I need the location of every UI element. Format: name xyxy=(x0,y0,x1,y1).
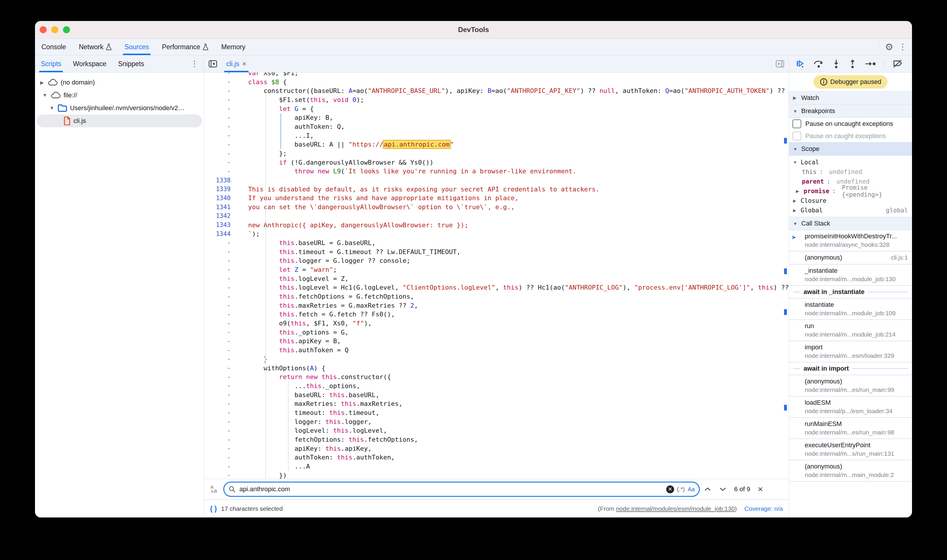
code-line[interactable]: 1339This is disabled by default, as it r… xyxy=(204,185,789,194)
watch-section-header[interactable]: ▶ Watch xyxy=(789,91,912,105)
tree-item-clijs[interactable]: cli.js xyxy=(37,114,202,127)
code-line[interactable]: - ...A xyxy=(204,462,789,471)
code-line[interactable]: - constructor({baseURL: A=ao("ANTHROPIC_… xyxy=(204,86,789,95)
code-line[interactable]: - baseURL: this.baseURL, xyxy=(204,391,789,400)
scrollbar-match-tick[interactable] xyxy=(784,268,787,274)
code-line[interactable]: - this.baseURL = G.baseURL, xyxy=(204,238,789,248)
callstack-frame[interactable]: ➤promiseInitHookWithDestroyTr...node:int… xyxy=(789,230,912,251)
code-line[interactable]: - timeout: this.timeout, xyxy=(204,408,789,417)
code-line[interactable]: - o9(this, $F1, Xs0, "f"), xyxy=(204,319,789,328)
scope-promise-row[interactable]: ▶ promise: Promise {<pending>} xyxy=(789,186,912,196)
code-line[interactable]: - logLevel: this.logLevel, xyxy=(204,426,789,435)
line-number[interactable]: - xyxy=(204,123,235,130)
callstack-frame[interactable]: _instantiatenode:internal/m...module_job… xyxy=(789,265,912,286)
close-tab-icon[interactable]: × xyxy=(242,60,246,68)
line-number[interactable]: - xyxy=(204,374,235,380)
pause-uncaught-row[interactable]: Pause on uncaught exceptions xyxy=(789,118,912,130)
chevron-down-icon[interactable]: ▼ xyxy=(49,106,55,111)
line-number[interactable]: 1338 xyxy=(204,177,235,184)
line-number[interactable]: - xyxy=(204,257,235,264)
callstack-section-header[interactable]: ▼ Call Stack xyxy=(789,217,912,230)
code-line[interactable]: - fetchOptions: this.fetchOptions, xyxy=(204,435,789,444)
line-number[interactable]: - xyxy=(204,329,235,335)
navigator-kebab-icon[interactable]: ⋮ xyxy=(185,55,204,72)
replace-toggle-icon[interactable]: A↳B xyxy=(211,485,219,493)
source-origin-link[interactable]: node:internal/modules/esm/module_job:130 xyxy=(616,505,735,512)
zoom-window-button[interactable] xyxy=(63,26,70,33)
chevron-right-icon[interactable]: ▶ xyxy=(793,208,798,213)
code-editor[interactable]: -var Xs0, $F1;-class $8 {- constructor({… xyxy=(204,72,789,479)
line-number[interactable]: 1340 xyxy=(204,195,235,202)
code-line[interactable]: 1340If you understand the risks and have… xyxy=(204,194,789,203)
line-number[interactable]: - xyxy=(204,338,235,345)
line-number[interactable]: - xyxy=(204,463,235,470)
line-number[interactable]: - xyxy=(204,266,235,273)
code-line[interactable]: 1343new Anthropic({ apiKey, dangerouslyA… xyxy=(204,220,789,229)
code-line[interactable]: - this.timeout = G.timeout ?? Lw.DEFAULT… xyxy=(204,248,789,256)
tab-scripts[interactable]: Scripts xyxy=(35,55,67,72)
code-line[interactable]: - authToken: this.authToken, xyxy=(204,453,789,462)
next-match-icon[interactable] xyxy=(719,486,726,492)
line-number[interactable]: - xyxy=(204,159,235,166)
deactivate-breakpoints-icon[interactable] xyxy=(893,59,903,68)
callstack-frame[interactable]: (anonymous)cli.js:1 xyxy=(789,251,912,265)
line-number[interactable]: - xyxy=(204,454,235,461)
code-line[interactable]: - throw new L9(`It looks like you're run… xyxy=(204,167,789,176)
previous-match-icon[interactable] xyxy=(704,486,711,492)
code-line[interactable]: - }; xyxy=(204,149,789,158)
step-over-icon[interactable] xyxy=(813,59,824,69)
code-line[interactable]: -class $8 { xyxy=(204,77,789,86)
code-line[interactable]: - this.logLevel = Hc1(G.logLevel, "Clien… xyxy=(204,283,789,292)
code-line[interactable]: - this.fetchOptions = G.fetchOptions, xyxy=(204,292,789,301)
show-debugger-sidebar-icon[interactable] xyxy=(771,55,789,72)
line-number[interactable]: - xyxy=(204,248,235,255)
line-number[interactable]: - xyxy=(204,78,235,85)
clear-search-icon[interactable]: ✕ xyxy=(666,485,674,493)
line-number[interactable]: - xyxy=(204,400,235,407)
tree-item-folder[interactable]: ▼ Users/jinhuilee/.nvm/versions/node/v2… xyxy=(35,102,204,114)
line-number[interactable]: - xyxy=(204,302,235,309)
scrollbar-match-tick[interactable] xyxy=(784,138,787,144)
code-line[interactable]: - this.apiKey = B, xyxy=(204,337,789,346)
scrollbar-match-tick[interactable] xyxy=(784,405,787,411)
regex-toggle[interactable]: (.*) xyxy=(677,486,685,493)
code-line[interactable]: - withOptions(A) { xyxy=(204,364,789,373)
line-number[interactable]: - xyxy=(204,355,235,363)
search-input[interactable] xyxy=(239,485,663,493)
editor-tab-clijs[interactable]: cli.js × xyxy=(222,55,251,72)
tab-sources[interactable]: Sources xyxy=(118,39,156,55)
code-line[interactable]: - this.logger = G.logger ?? console; xyxy=(204,256,789,265)
minimize-window-button[interactable] xyxy=(51,26,58,33)
callstack-frame[interactable]: loadESMnode:internal/p.../esm_loader:34 xyxy=(789,397,912,418)
callstack-frame[interactable]: runnode:internal/m...module_job:214 xyxy=(789,320,912,341)
code-line[interactable]: - logger: this.logger, xyxy=(204,417,789,426)
line-number[interactable]: 1339 xyxy=(204,186,235,192)
step-icon[interactable] xyxy=(865,61,876,67)
code-line[interactable]: - baseURL: A || "https://api.anthropic.c… xyxy=(204,140,789,149)
code-line[interactable]: - } xyxy=(204,355,789,364)
tree-item-no-domain[interactable]: ▶ (no domain) xyxy=(35,76,204,89)
code-line[interactable]: - let G = { xyxy=(204,104,789,113)
scrollbar-match-tick[interactable] xyxy=(784,309,787,315)
code-line[interactable]: - }) xyxy=(204,471,789,479)
callstack-frame[interactable]: instantiatenode:internal/m...module_job:… xyxy=(789,298,912,320)
tab-network[interactable]: Network xyxy=(72,39,118,55)
line-number[interactable]: 1341 xyxy=(204,204,235,211)
code-line[interactable]: - this._options = G, xyxy=(204,328,789,337)
code-line[interactable]: 1341you can set the \`dangerouslyAllowBr… xyxy=(204,203,789,212)
scope-local-row[interactable]: ▼ Local xyxy=(789,157,912,167)
code-line[interactable]: - this.fetch = G.fetch ?? Fs0(), xyxy=(204,310,789,319)
line-number[interactable]: - xyxy=(204,72,235,76)
line-number[interactable]: - xyxy=(204,347,235,354)
callstack-frame[interactable]: (anonymous)node:internal/m...es/run_main… xyxy=(789,375,912,397)
line-number[interactable]: 1343 xyxy=(204,222,235,228)
code-line[interactable]: - authToken: Q, xyxy=(204,122,789,131)
line-number[interactable]: - xyxy=(204,472,235,479)
chevron-right-icon[interactable]: ▶ xyxy=(793,198,798,203)
line-number[interactable]: - xyxy=(204,239,235,246)
pretty-print-icon[interactable]: { } xyxy=(210,505,217,513)
line-number[interactable]: - xyxy=(204,284,235,291)
code-line[interactable]: - ...I, xyxy=(204,131,789,140)
code-line[interactable]: - ...this._options, xyxy=(204,382,789,391)
chevron-right-icon[interactable]: ▶ xyxy=(796,189,800,194)
